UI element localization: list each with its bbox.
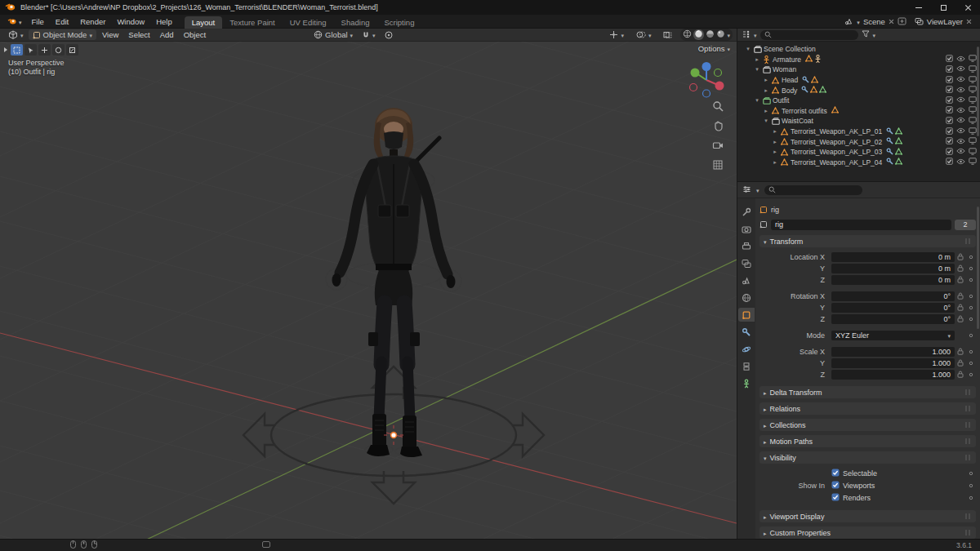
tool-select-box[interactable] [11,44,23,56]
properties-tab-view-layer[interactable] [738,256,755,270]
lock-icon[interactable] [955,264,966,272]
properties-tab-tool[interactable] [738,205,755,219]
properties-tab-physics[interactable] [738,342,755,356]
hide-eye-icon[interactable] [956,148,965,156]
viewport-menu-view[interactable]: View [97,29,123,40]
viewports-checkbox[interactable] [831,481,840,491]
lock-icon[interactable] [955,348,966,355]
options-dropdown[interactable]: Options [698,44,730,53]
panel-custom-properties[interactable]: Custom Properties [760,527,976,539]
scene-selector[interactable]: Scene [844,17,906,26]
number-field[interactable]: 0 m [831,264,955,273]
viewport-visibility-icon[interactable] [969,65,977,74]
mode-selector[interactable]: Object Mode [29,29,96,40]
lock-icon[interactable] [955,359,966,367]
show-gizmo-toggle[interactable] [605,29,628,40]
maximize-button[interactable] [931,0,956,15]
exclude-checkbox[interactable] [946,55,953,64]
number-field[interactable]: 0 m [831,252,955,262]
viewport-visibility-icon[interactable] [969,137,977,146]
animate-decorator[interactable] [966,483,976,488]
animate-decorator[interactable] [966,495,976,500]
outliner-item-body[interactable]: ▸Body [737,85,980,96]
users-count-badge[interactable]: 2 [955,220,976,230]
proportional-editing-toggle[interactable] [381,30,397,40]
disclosure-triangle-icon[interactable]: ▸ [762,87,770,94]
menu-render[interactable]: Render [74,16,111,27]
disclosure-triangle-icon[interactable]: ▸ [771,128,779,135]
number-field[interactable]: 0 m [831,275,955,285]
shading-wireframe-button[interactable] [683,29,692,40]
outliner-item-terrorist-outfits[interactable]: ▸Terrorist outfits [737,106,980,117]
outliner-item-outfit[interactable]: ▾Outfit [737,96,980,106]
number-field[interactable]: 1.000 [831,370,955,380]
animate-decorator[interactable] [966,471,976,476]
properties-tab-modifiers[interactable] [738,325,755,339]
panel-transform[interactable]: Transform [760,235,976,247]
hide-eye-icon[interactable] [956,107,965,115]
properties-tab-world[interactable] [738,291,755,304]
camera-view-icon[interactable] [712,140,724,153]
number-field[interactable]: 1.000 [831,358,955,368]
unlink-scene-icon[interactable] [889,19,894,24]
transform-orientation-selector[interactable]: Global [310,29,357,40]
disclosure-triangle-icon[interactable]: ▸ [771,159,779,166]
animate-decorator[interactable] [966,305,976,310]
animate-decorator[interactable] [966,372,976,377]
filter-icon[interactable] [862,30,870,39]
outliner-item-terrorist-weapon-ak-lp-02[interactable]: ▸Terrorist_Weapon_AK_LP_02 [737,136,980,147]
navigation-gizmo[interactable] [688,61,725,100]
renders-checkbox[interactable] [831,493,840,503]
exclude-checkbox[interactable] [946,86,953,95]
workspace-tab-uv-editing[interactable]: UV Editing [283,16,334,29]
breadcrumb-object[interactable]: rig [771,206,779,214]
panel-delta-transform[interactable]: Delta Transform [760,386,976,398]
viewport-visibility-icon[interactable] [969,106,977,115]
outliner-root-row[interactable]: ▾ Scene Collection [737,44,980,55]
exclude-checkbox[interactable] [946,106,953,115]
lock-icon[interactable] [955,253,966,260]
lock-icon[interactable] [955,276,966,283]
tool-move[interactable] [38,44,51,56]
number-field[interactable]: 0° [831,291,955,301]
properties-tab-object-data[interactable] [738,376,755,390]
viewport-visibility-icon[interactable] [969,158,977,167]
outliner-scrollbar[interactable] [977,47,979,136]
hide-eye-icon[interactable] [956,96,965,104]
viewport-visibility-icon[interactable] [969,86,977,95]
hide-eye-icon[interactable] [956,138,965,146]
properties-tab-output[interactable] [738,239,755,253]
exclude-checkbox[interactable] [946,127,953,136]
hide-eye-icon[interactable] [956,158,965,167]
viewport-visibility-icon[interactable] [969,76,977,85]
menu-help[interactable]: Help [150,16,178,27]
panel-viewport-display[interactable]: Viewport Display [760,510,976,522]
unlink-viewlayer-icon[interactable] [966,19,972,24]
disclosure-triangle-icon[interactable]: ▸ [771,149,779,155]
shading-material-button[interactable] [706,29,715,40]
exclude-checkbox[interactable] [946,65,953,74]
number-field[interactable]: 0° [831,303,955,313]
viewport-menu-object[interactable]: Object [179,29,211,40]
hide-eye-icon[interactable] [956,87,965,95]
exclude-checkbox[interactable] [946,158,953,167]
disclosure-triangle-icon[interactable]: ▸ [762,108,770,114]
properties-tab-object[interactable] [738,308,755,322]
minimize-button[interactable] [906,0,931,15]
disclosure-triangle-icon[interactable]: ▸ [753,56,761,63]
zoom-icon[interactable] [712,100,724,113]
toggle-perspective-icon[interactable] [712,159,724,172]
viewport-visibility-icon[interactable] [969,96,977,105]
pan-hand-icon[interactable] [712,120,724,133]
close-button[interactable] [956,0,980,15]
rotation-mode-dropdown[interactable]: XYZ Euler [831,331,955,340]
lock-icon[interactable] [955,304,966,311]
toolbar-expand-icon[interactable] [4,47,7,52]
panel-relations[interactable]: Relations [760,402,976,415]
selectable-checkbox[interactable] [831,469,840,478]
properties-tab-constraints[interactable] [738,359,755,373]
panel-collections[interactable]: Collections [760,419,976,431]
app-menu-button[interactable] [3,17,26,26]
viewport-visibility-icon[interactable] [969,127,977,136]
viewlayer-selector[interactable]: ViewLayer [915,17,972,26]
